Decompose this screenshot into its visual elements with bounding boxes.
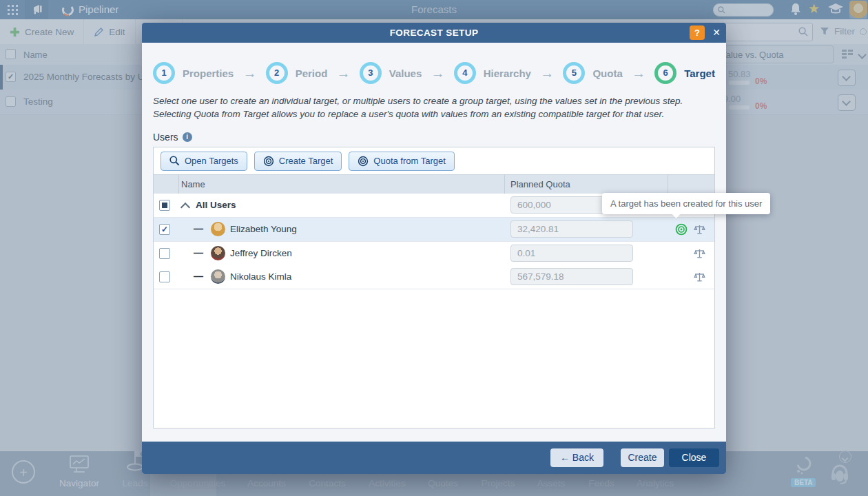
step-hierarchy[interactable]: 4Hierarchy — [454, 62, 531, 84]
quota-from-target-button[interactable]: Quota from Target — [349, 152, 455, 171]
users-section-label: Users i — [153, 132, 192, 143]
step-period[interactable]: 2Period — [266, 62, 328, 84]
open-targets-button[interactable]: Open Targets — [161, 152, 247, 171]
user-checkbox-checked[interactable] — [159, 224, 170, 235]
help-button[interactable]: ? — [690, 25, 705, 40]
collapse-chevron-icon[interactable] — [180, 203, 190, 212]
step-properties[interactable]: 1Properties — [153, 62, 234, 84]
wizard-steps: 1Properties → 2Period → 3Values → 4Hiera… — [153, 53, 715, 93]
user-name: Jeffrey Dircken — [230, 248, 292, 258]
tree-dash: — — [194, 223, 203, 234]
app-window: Pipeliner Forecasts ★ Create New Edit Co — [0, 0, 868, 496]
planned-quota-input[interactable] — [510, 220, 633, 238]
tree-dash: — — [194, 247, 203, 258]
dialog-header: FORECAST SETUP ? ✕ — [142, 23, 726, 43]
avatar — [211, 246, 225, 260]
target-icon — [263, 156, 274, 167]
planned-quota-column-header[interactable]: Planned Quota — [510, 179, 570, 189]
quota-scales-icon[interactable] — [694, 271, 705, 282]
group-checkbox-indeterminate[interactable] — [159, 200, 170, 211]
back-button[interactable]: ← Back — [550, 448, 603, 467]
step-target-active[interactable]: 6Target — [654, 62, 715, 84]
users-panel: Open Targets Create Target Quota from Ta… — [153, 147, 715, 428]
planned-quota-input[interactable] — [510, 268, 633, 285]
step-arrow-icon: → — [337, 65, 351, 81]
table-row-user[interactable]: — Elizabeth Young — [154, 218, 714, 242]
step-arrow-icon: → — [242, 65, 256, 81]
users-table-header: Name Planned Quota — [154, 175, 714, 194]
close-button[interactable]: Close — [669, 448, 719, 467]
forecast-setup-dialog: FORECAST SETUP ? ✕ 1Properties → 2Period… — [142, 23, 726, 474]
step-arrow-icon: → — [540, 65, 554, 81]
group-name: All Users — [196, 200, 236, 210]
step-description: Select one user to create an individual … — [153, 94, 714, 121]
targets-toolbar: Open Targets Create Target Quota from Ta… — [154, 147, 714, 175]
tree-dash: — — [194, 271, 203, 282]
create-target-button[interactable]: Create Target — [254, 152, 342, 171]
user-checkbox-unchecked[interactable] — [159, 271, 170, 282]
step-quota[interactable]: 5Quota — [563, 62, 622, 84]
step-arrow-icon: → — [632, 65, 645, 81]
info-icon[interactable]: i — [183, 132, 192, 142]
step-arrow-icon: → — [431, 65, 445, 81]
quota-scales-icon[interactable] — [694, 248, 705, 259]
planned-quota-input[interactable] — [510, 245, 633, 262]
create-button[interactable]: Create — [621, 448, 664, 467]
user-checkbox-unchecked[interactable] — [159, 248, 170, 259]
close-icon[interactable]: ✕ — [710, 25, 723, 40]
target-created-tooltip: A target has been created for this user — [602, 193, 770, 214]
avatar — [211, 269, 225, 284]
name-column-header[interactable]: Name — [181, 179, 205, 189]
step-values[interactable]: 3Values — [360, 62, 422, 84]
quota-scales-icon[interactable] — [694, 224, 705, 235]
target-created-icon[interactable] — [675, 223, 688, 236]
avatar — [211, 222, 225, 236]
user-name: Nikolaus Kimla — [230, 271, 291, 282]
table-row-user[interactable]: — Nikolaus Kimla — [154, 265, 714, 289]
search-icon — [169, 156, 180, 166]
target-icon — [358, 156, 369, 167]
user-name: Elizabeth Young — [230, 224, 297, 234]
table-row-user[interactable]: — Jeffrey Dircken — [154, 242, 714, 266]
dialog-footer: ← Back Create Close — [142, 442, 726, 474]
dialog-title: FORECAST SETUP — [142, 28, 726, 38]
